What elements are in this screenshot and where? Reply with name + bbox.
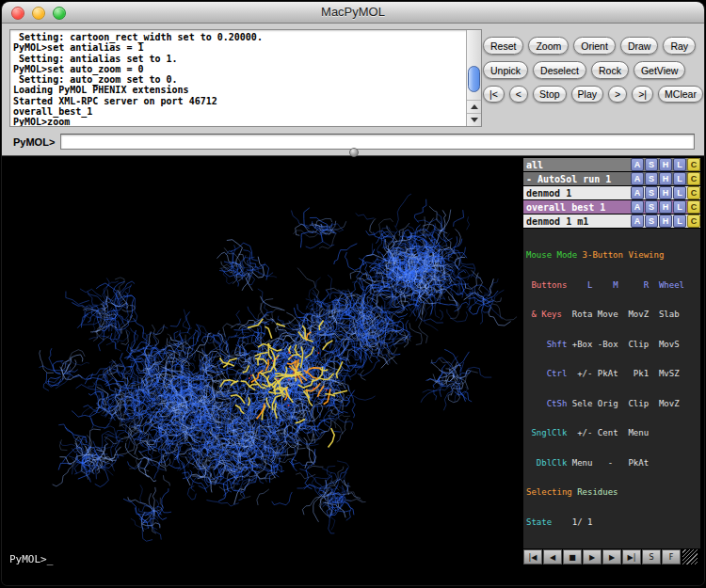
mouse-panel-line: Buttons L M R Wheel: [526, 280, 698, 291]
movie-last-button[interactable]: >|: [632, 86, 653, 103]
orient-button[interactable]: Orient: [573, 37, 616, 55]
action-menu-button[interactable]: A: [631, 200, 644, 214]
object-row-autosol-run-1: - AutoSol_run_1_ A S H L C: [523, 172, 700, 185]
hide-menu-button[interactable]: H: [659, 200, 672, 214]
mouse-panel-line: State 1/ 1: [526, 517, 698, 528]
mouse-panel-line: Selecting Residues: [526, 487, 698, 498]
show-menu-button[interactable]: S: [645, 186, 658, 199]
mouse-mode-value[interactable]: 3-Button Viewing: [583, 250, 665, 260]
upper-control-panel: Setting: cartoon_rect_width set to 0.200…: [2, 24, 704, 156]
action-menu-button[interactable]: A: [631, 158, 644, 171]
console-scrollbar[interactable]: [466, 30, 481, 126]
selecting-value[interactable]: Residues: [577, 487, 618, 497]
mclear-button[interactable]: MClear: [658, 86, 703, 103]
viewport-prompt: PyMOL>_: [9, 553, 53, 565]
zoom-button[interactable]: Zoom: [528, 37, 569, 55]
scroll-up-button[interactable]: [467, 100, 481, 113]
label-menu-button[interactable]: L: [673, 215, 686, 228]
bottom-spacer: [523, 564, 700, 585]
pane-resize-handle[interactable]: [349, 148, 359, 157]
object-name[interactable]: - AutoSol_run_1_: [526, 174, 630, 184]
vcr-play-button[interactable]: ▶: [583, 549, 602, 564]
vcr-s-button[interactable]: S: [642, 549, 661, 564]
object-row-denmod-1-m1: denmod_1_m1 A S H L C: [523, 215, 700, 228]
hide-menu-button[interactable]: H: [659, 158, 672, 171]
action-menu-button[interactable]: A: [631, 172, 644, 185]
scrollbar-thumb[interactable]: [468, 66, 480, 92]
movie-stop-button[interactable]: Stop: [533, 86, 567, 103]
show-menu-button[interactable]: S: [645, 172, 658, 185]
ctrl-label: Ctrl: [526, 369, 567, 378]
internal-gui-panel: all A S H L C - AutoSol_run_1_ A S H L C…: [523, 158, 700, 585]
viewport[interactable]: PyMOL>_: [8, 158, 520, 585]
title-bar[interactable]: MacPyMOL: [2, 2, 704, 24]
ray-button[interactable]: Ray: [663, 37, 696, 55]
vcr-back-button[interactable]: ◀: [543, 549, 562, 564]
color-menu-button[interactable]: C: [687, 186, 700, 199]
object-row-all: all A S H L C: [523, 158, 700, 171]
movie-first-button[interactable]: |<: [483, 86, 505, 103]
main-area: PyMOL>_ all A S H L C - AutoSol_run_1_ A…: [2, 156, 704, 585]
action-menu-button[interactable]: A: [631, 186, 644, 199]
object-row-overall-best-1: overall_best_1 A S H L C: [523, 200, 700, 214]
keys-values: Rota Move MovZ Slab: [567, 310, 679, 319]
object-name[interactable]: denmod_1: [526, 188, 630, 199]
keys-label: & Keys: [526, 310, 567, 319]
command-input[interactable]: [60, 134, 695, 150]
buttons-header: L M R Wheel: [567, 280, 684, 290]
selecting-label[interactable]: Selecting: [526, 487, 577, 497]
object-name[interactable]: overall_best_1: [526, 202, 630, 213]
color-menu-button[interactable]: C: [687, 172, 700, 185]
toolbar-row-2: Unpick Deselect Rock GetView: [483, 61, 703, 79]
buttons-label: Buttons: [526, 280, 567, 290]
hide-menu-button[interactable]: H: [659, 172, 672, 185]
mouse-mode-label: Mouse Mode: [526, 250, 583, 260]
vcr-first-button[interactable]: |◀: [523, 549, 542, 564]
vcr-f-button[interactable]: F: [662, 549, 681, 564]
reset-button[interactable]: Reset: [483, 37, 523, 55]
arrow-down-icon: [471, 118, 478, 122]
state-label: State: [526, 517, 572, 527]
unpick-button[interactable]: Unpick: [483, 61, 528, 79]
dblclk-values: Menu - PkAt: [567, 458, 649, 468]
object-name[interactable]: denmod_1_m1: [526, 216, 630, 227]
vcr-forward-button[interactable]: ▶: [602, 549, 621, 564]
molecule-render[interactable]: [8, 158, 520, 563]
color-menu-button[interactable]: C: [687, 215, 700, 228]
snglclk-label: SnglClk: [526, 428, 567, 437]
color-menu-button[interactable]: C: [687, 158, 700, 171]
pymol-prompt-label: PyMOL>: [13, 136, 55, 148]
mouse-panel-line: Ctrl +/- PkAt Pk1 MvSZ: [526, 369, 698, 379]
movie-back-button[interactable]: <: [509, 86, 528, 103]
hide-menu-button[interactable]: H: [659, 215, 672, 228]
draw-button[interactable]: Draw: [620, 37, 659, 55]
movie-play-button[interactable]: Play: [571, 86, 603, 103]
movie-forward-button[interactable]: >: [608, 86, 627, 103]
deselect-button[interactable]: Deselect: [533, 61, 586, 79]
shft-values: +Box -Box Clip MovS: [567, 340, 679, 349]
show-menu-button[interactable]: S: [645, 158, 658, 171]
label-menu-button[interactable]: L: [673, 172, 686, 185]
dblclk-label: DblClk: [526, 458, 567, 468]
mouse-panel-line: Shft +Box -Box Clip MovS: [526, 340, 698, 350]
label-menu-button[interactable]: L: [673, 158, 686, 171]
vcr-stop-button[interactable]: ■: [563, 549, 582, 564]
ctsh-label: CtSh: [526, 399, 567, 408]
vcr-end-button[interactable]: ▶|: [622, 549, 641, 564]
show-menu-button[interactable]: S: [645, 200, 658, 214]
getview-button[interactable]: GetView: [634, 61, 686, 79]
label-menu-button[interactable]: L: [673, 200, 686, 214]
show-menu-button[interactable]: S: [645, 215, 658, 228]
action-menu-button[interactable]: A: [631, 215, 644, 228]
rock-button[interactable]: Rock: [591, 61, 629, 79]
movie-control-bar: |◀ ◀ ■ ▶ ▶ ▶| S F: [523, 549, 700, 564]
arrow-up-icon: [471, 104, 478, 109]
hide-menu-button[interactable]: H: [659, 186, 672, 199]
mouse-panel-line: & Keys Rota Move MovZ Slab: [526, 310, 698, 320]
object-name[interactable]: all: [526, 160, 630, 170]
scroll-down-button[interactable]: [467, 113, 481, 126]
mouse-mode-panel: Mouse Mode 3-Button Viewing Buttons L M …: [523, 229, 700, 548]
label-menu-button[interactable]: L: [673, 186, 686, 199]
color-menu-button[interactable]: C: [687, 200, 700, 214]
resize-grip[interactable]: [682, 549, 698, 564]
